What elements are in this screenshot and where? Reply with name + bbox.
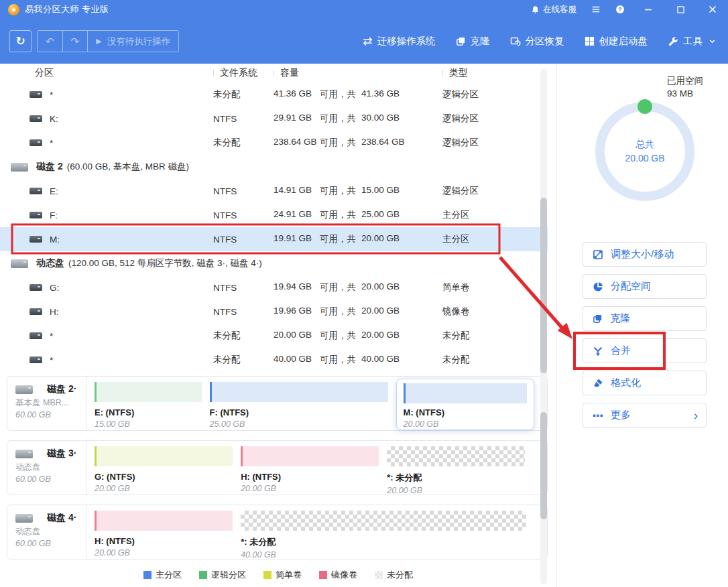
refresh-button[interactable]: ↻ (9, 30, 32, 52)
disk-group-label: 磁盘 2 (36, 161, 63, 173)
minimize-button[interactable] (640, 3, 657, 16)
partition-name: H: (50, 307, 59, 317)
legend-item: 简单卷 (263, 569, 302, 581)
undo-button[interactable]: ↶ (38, 31, 62, 52)
partition-bar (210, 382, 388, 402)
allocate-space-button[interactable]: 分配空间 (583, 274, 707, 299)
table-row[interactable]: * 未分配 238.64 GB 可用，共 238.64 GB 逻辑分区 (0, 131, 556, 155)
merge-button[interactable]: 合并 (583, 338, 707, 363)
table-row[interactable]: G: NTFS 19.94 GB 可用，共 20.00 GB 简单卷 (0, 275, 556, 300)
capacity-free: 40.00 GB (274, 354, 320, 366)
capacity-free: 14.91 GB (274, 185, 320, 197)
drive-icon (29, 308, 42, 315)
online-service-button[interactable]: 在线客服 (531, 4, 577, 15)
disk-icon (15, 514, 33, 523)
menu-button[interactable] (591, 5, 601, 14)
table-row[interactable]: F: NTFS 24.91 GB 可用，共 25.00 GB 主分区 (0, 203, 556, 227)
legend-swatch (375, 571, 383, 579)
capacity-label: 可用，共 (320, 233, 361, 245)
drive-icon (29, 115, 42, 122)
capacity-label: 可用，共 (320, 137, 361, 149)
table-row[interactable]: E: NTFS 14.91 GB 可用，共 15.00 GB 逻辑分区 (0, 179, 556, 203)
partition-block[interactable]: H: (NTFS) 20.00 GB (241, 446, 379, 495)
tools-icon (668, 36, 678, 47)
partition-bar (387, 446, 525, 466)
redo-button[interactable]: ↷ (62, 31, 88, 52)
legend-swatch (263, 571, 271, 579)
disk-icon (15, 385, 33, 394)
disk-size-label: 60.00 GB (15, 539, 86, 548)
total-label: 总共 (635, 137, 654, 151)
more-icon (593, 410, 603, 421)
partition-block[interactable]: H: (NTFS) 20.00 GB (95, 511, 233, 559)
legend-swatch (143, 571, 151, 579)
partition-block-label: H: (NTFS) (241, 472, 379, 482)
partition-block[interactable]: G: (NTFS) 20.00 GB (95, 446, 233, 495)
resize-move-button[interactable]: 调整大小/移动 (583, 242, 707, 267)
partition-block[interactable]: *: 未分配 20.00 GB (387, 446, 525, 495)
pending-operations-group: ↶ ↷ ▶ 没有待执行操作 (37, 30, 179, 52)
capacity-total: 20.00 GB (361, 330, 400, 342)
table-row[interactable]: K: NTFS 29.91 GB 可用，共 30.00 GB 逻辑分区 (0, 107, 556, 131)
capacity-free: 19.94 GB (274, 281, 320, 294)
filesystem-value: NTFS (213, 307, 274, 317)
drive-icon (29, 139, 42, 146)
capacity-label: 可用，共 (320, 88, 361, 101)
legend-item: 未分配 (375, 569, 413, 581)
table-row[interactable]: * 未分配 20.00 GB 可用，共 20.00 GB 未分配 (0, 324, 556, 348)
capacity-free: 19.96 GB (274, 306, 320, 318)
format-button[interactable]: 格式化 (583, 371, 707, 395)
migrate-os-button[interactable]: ⇄ 迁移操作系统 (363, 34, 435, 48)
partition-name: * (50, 90, 53, 100)
create-boot-disk-button[interactable]: 创建启动盘 (585, 35, 648, 48)
partition-type: 逻辑分区 (442, 137, 556, 149)
table-row[interactable]: * 未分配 41.36 GB 可用，共 41.36 GB 逻辑分区 (0, 82, 556, 107)
capacity-label: 可用，共 (320, 281, 361, 294)
clone-button[interactable]: 克隆 (456, 35, 490, 48)
partition-block[interactable]: F: (NTFS) 25.00 GB (210, 382, 388, 430)
clone-partition-button[interactable]: 克隆 (583, 306, 707, 331)
undo-icon: ↶ (46, 36, 54, 48)
filesystem-value: NTFS (213, 210, 274, 220)
partition-block[interactable]: *: 未分配 40.00 GB (241, 511, 526, 559)
app-logo-icon: ★ (8, 4, 19, 15)
scrollbar-thumb-diskmap[interactable] (540, 412, 547, 519)
scrollbar-thumb-list[interactable] (540, 198, 547, 373)
legend-item: 主分区 (143, 569, 182, 581)
execute-operations-button[interactable]: ▶ 没有待执行操作 (87, 31, 178, 52)
disk-type-label: 基本盘 MBR... (15, 397, 86, 409)
partition-type: 镜像卷 (442, 306, 556, 318)
help-button[interactable]: ? (615, 5, 625, 14)
disk-type-label: 动态盘 (15, 526, 86, 537)
svg-text:?: ? (618, 6, 621, 13)
drive-icon (29, 332, 42, 339)
capacity-total: 20.00 GB (361, 281, 400, 294)
partition-block-label: E: (NTFS) (95, 407, 202, 417)
table-row[interactable]: 动态盘 (120.00 GB, 512 每扇区字节数, 磁盘 3·, 磁盘 4·… (0, 251, 556, 275)
legend-label: 主分区 (156, 569, 182, 581)
capacity-total: 40.00 GB (361, 354, 400, 366)
table-row[interactable]: * 未分配 40.00 GB 可用，共 40.00 GB 未分配 (0, 348, 556, 372)
capacity-label: 可用，共 (320, 354, 361, 366)
maximize-button[interactable] (672, 3, 689, 16)
clone-icon (456, 36, 466, 46)
more-button[interactable]: 更多 › (583, 403, 707, 428)
legend: 主分区 逻辑分区 简单卷 镜像卷 未分配 (0, 569, 556, 581)
partition-block-size: 25.00 GB (210, 419, 388, 429)
help-icon: ? (615, 5, 625, 14)
table-row[interactable]: 磁盘 2 (60.00 GB, 基本盘, MBR 磁盘) (0, 155, 556, 179)
table-row[interactable]: H: NTFS 19.96 GB 可用，共 20.00 GB 镜像卷 (0, 300, 556, 324)
partition-recovery-button[interactable]: 分区恢复 (510, 35, 564, 48)
table-row[interactable]: M: NTFS 19.91 GB 可用，共 20.00 GB 主分区 (0, 227, 548, 251)
tools-button[interactable]: 工具 (668, 35, 716, 48)
disk-map-panel: 磁盘 4· 动态盘 60.00 GB H: (NTFS) 20.00 GB (7, 505, 548, 560)
app-title: 易我分区大师 专业版 (25, 3, 109, 15)
partition-block-label: H: (NTFS) (95, 536, 233, 546)
partition-block[interactable]: E: (NTFS) 15.00 GB (95, 382, 202, 430)
used-space-label: 已用空间 (667, 74, 703, 87)
close-button[interactable] (704, 3, 721, 16)
filesystem-value: NTFS (213, 114, 274, 124)
partition-bar (95, 382, 202, 402)
title-bar: ★ 易我分区大师 专业版 在线客服 ? (0, 0, 728, 19)
partition-block[interactable]: M: (NTFS) 20.00 GB (396, 379, 534, 430)
